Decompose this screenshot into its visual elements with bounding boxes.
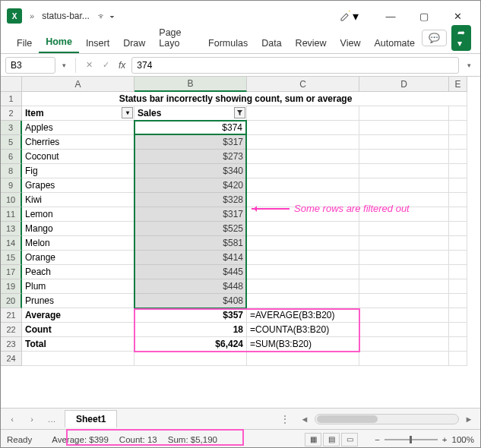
summary-value[interactable]: $357 [134, 308, 247, 323]
name-box-dropdown-icon[interactable]: ▾ [59, 57, 69, 74]
cell[interactable] [449, 308, 467, 323]
sales-cell[interactable]: $525 [134, 222, 247, 236]
fx-label[interactable]: fx [119, 60, 125, 71]
summary-value[interactable]: 18 [134, 323, 247, 337]
cell[interactable] [247, 164, 359, 178]
row-header[interactable]: 19 [1, 279, 22, 294]
cell[interactable] [359, 236, 449, 251]
column-header-c[interactable]: C [247, 77, 359, 92]
cell[interactable] [359, 121, 449, 135]
cell[interactable] [247, 178, 359, 193]
item-cell[interactable]: Mango [22, 222, 134, 236]
tab-view[interactable]: View [334, 33, 368, 53]
summary-label[interactable]: Count [22, 323, 134, 337]
cell[interactable] [247, 150, 359, 164]
zoom-out-icon[interactable]: − [375, 435, 380, 444]
row-header[interactable]: 23 [1, 337, 22, 352]
row-header[interactable]: 13 [1, 222, 22, 236]
view-page-break-icon[interactable]: ▭ [341, 433, 358, 446]
sales-cell[interactable]: $408 [134, 294, 247, 308]
cell[interactable] [449, 193, 467, 207]
item-cell[interactable]: Plum [22, 279, 134, 294]
sales-cell[interactable]: $581 [134, 236, 247, 251]
hscroll-right-icon[interactable]: ► [462, 412, 476, 426]
summary-formula[interactable]: =COUNTA(B3:B20) [247, 323, 359, 337]
view-page-layout-icon[interactable]: ▤ [323, 433, 340, 446]
accept-formula-icon[interactable]: ✓ [99, 58, 112, 73]
presence-icon[interactable]: ᯤ ▾ [97, 11, 116, 22]
cell[interactable] [247, 236, 359, 251]
cell[interactable] [247, 251, 359, 265]
sales-cell[interactable]: $317 [134, 207, 247, 222]
cell[interactable] [359, 323, 449, 337]
row-header[interactable]: 3 [1, 121, 22, 135]
cell[interactable] [449, 106, 467, 121]
cell[interactable] [449, 164, 467, 178]
cell[interactable] [449, 323, 467, 337]
row-header[interactable]: 14 [1, 236, 22, 251]
item-cell[interactable]: Orange [22, 251, 134, 265]
hscroll-left-icon[interactable]: ◄ [298, 412, 312, 426]
row-header[interactable]: 9 [1, 178, 22, 193]
sales-cell[interactable]: $340 [134, 164, 247, 178]
cell[interactable] [359, 251, 449, 265]
cleanup-icon[interactable]: ▾ [339, 9, 359, 24]
name-box[interactable]: B3 [5, 57, 55, 74]
tab-data[interactable]: Data [255, 33, 288, 53]
tab-page-layout[interactable]: Page Layo [152, 23, 201, 53]
cell[interactable] [247, 265, 359, 279]
sheet-nav-next-icon[interactable]: › [25, 412, 39, 426]
row-header[interactable]: 20 [1, 294, 22, 308]
sales-cell[interactable]: $445 [134, 265, 247, 279]
comments-button[interactable]: 💬 [422, 30, 447, 46]
sales-cell[interactable]: $273 [134, 150, 247, 164]
row-header[interactable]: 2 [1, 106, 22, 121]
row-header[interactable]: 8 [1, 164, 22, 178]
zoom-slider[interactable] [384, 439, 438, 440]
item-cell[interactable]: Melon [22, 236, 134, 251]
sales-cell[interactable]: $317 [134, 135, 247, 150]
filter-active-icon[interactable] [234, 107, 245, 118]
item-cell[interactable]: Peach [22, 265, 134, 279]
cell[interactable] [449, 150, 467, 164]
sheet-nav-more-icon[interactable]: … [45, 412, 59, 426]
tab-review[interactable]: Review [289, 33, 334, 53]
minimize-button[interactable]: — [374, 4, 407, 28]
cancel-formula-icon[interactable]: ✕ [82, 58, 96, 73]
cell[interactable] [359, 135, 449, 150]
column-header-d[interactable]: D [359, 77, 449, 92]
column-header-e[interactable]: E [449, 77, 467, 92]
cell[interactable] [449, 236, 467, 251]
item-cell[interactable]: Prunes [22, 294, 134, 308]
spreadsheet-grid[interactable]: A B C D E 123568910111314151719202122232… [1, 77, 480, 408]
cell[interactable] [449, 135, 467, 150]
cell[interactable] [359, 150, 449, 164]
cell[interactable] [449, 222, 467, 236]
sales-cell[interactable]: $328 [134, 193, 247, 207]
cell[interactable] [359, 222, 449, 236]
row-header[interactable]: 6 [1, 150, 22, 164]
cell[interactable] [359, 279, 449, 294]
row-header[interactable]: 5 [1, 135, 22, 150]
row-header[interactable]: 1 [1, 92, 22, 106]
cell[interactable] [247, 279, 359, 294]
summary-label[interactable]: Total [22, 337, 134, 352]
sheet-tab[interactable]: Sheet1 [65, 410, 117, 427]
tab-draw[interactable]: Draw [116, 33, 152, 53]
horizontal-scrollbar[interactable] [315, 414, 459, 424]
formula-bar-input[interactable] [131, 57, 459, 74]
row-header[interactable]: 22 [1, 323, 22, 337]
cell[interactable] [247, 121, 359, 135]
row-header[interactable]: 17 [1, 265, 22, 279]
cell[interactable] [449, 121, 467, 135]
cell[interactable] [359, 352, 449, 366]
cell[interactable] [449, 178, 467, 193]
cell[interactable] [449, 251, 467, 265]
cell[interactable] [449, 352, 467, 366]
item-cell[interactable]: Fig [22, 164, 134, 178]
cell[interactable] [247, 106, 359, 121]
tab-automate[interactable]: Automate [367, 33, 422, 53]
sales-cell[interactable]: $420 [134, 178, 247, 193]
item-cell[interactable]: Lemon [22, 207, 134, 222]
cell[interactable] [359, 178, 449, 193]
